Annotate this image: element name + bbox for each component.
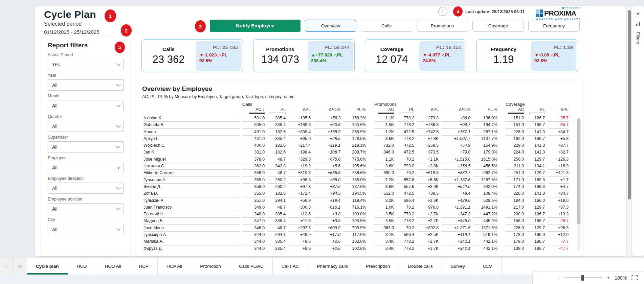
zoom-slider-thumb[interactable] [581, 275, 584, 281]
promotions-value-cell: +157.1 [440, 129, 472, 136]
table-row[interactable]: Гульмира А.344.0294.1+49.9+17.0117.0%3.1… [142, 232, 570, 238]
table-row[interactable]: Наталия С.362.0342.8+19.2+5.6105.6%3.6K7… [142, 163, 570, 170]
nav-tab-frequency[interactable]: Frequency [528, 20, 580, 32]
filters-pane-label[interactable]: Filters [636, 32, 641, 44]
filter-dropdown-employee-position[interactable]: All [48, 203, 124, 214]
table-row[interactable]: Hanna491.0182.6+308.4+168.9268.9%1.2K472… [142, 129, 570, 136]
table-row[interactable]: Gabriela R.505.0335.4+169.6+50.6150.6%1.… [142, 122, 570, 128]
sheet-tab-hco-all[interactable]: HCO All [96, 258, 130, 275]
table-row[interactable]: Гульжан А351.0294.1+56.9+19.4119.4%3.2K5… [142, 197, 570, 204]
sheet-tab-pharmacy-calls[interactable]: Pharmacy calls [308, 258, 357, 275]
zoom-in-icon[interactable]: + [606, 275, 610, 281]
filter-dropdown-actual-period[interactable]: Yes [48, 59, 124, 70]
column-header-coverage-pl[interactable]: PL [525, 107, 546, 112]
column-header-calls-pl[interactable]: ΔPL [287, 107, 312, 112]
legend-ac-bar [508, 113, 524, 114]
nav-tab-coverage[interactable]: Coverage [472, 20, 524, 32]
notify-employee-button[interactable]: Notify Employee [210, 20, 301, 32]
coverage-value-cell: 129.7 [525, 156, 546, 163]
column-header-promotions-pl[interactable]: PL [395, 107, 416, 112]
column-header-promotions-pl[interactable]: ΔPL% [440, 107, 472, 112]
employee-table: CallsPromotionsCoverageAC ↓PLΔPLΔPL%PL %… [142, 102, 570, 252]
filter-dropdown-month[interactable]: All [48, 100, 124, 111]
table-row[interactable]: Гульнара А.359.0260.2+98.8+38.0138.0%7.2… [142, 177, 570, 184]
calls-value-cell: 349.0 [241, 204, 266, 211]
sheet-nav-next-icon[interactable]: ▷ [14, 258, 27, 275]
zoom-slider[interactable] [564, 278, 602, 278]
sheet-tab-clm[interactable]: CLM [474, 258, 502, 275]
table-row[interactable]: Jose Maria346.048.7+297.3+609.9709.9%963… [142, 225, 570, 232]
fit-to-screen-icon[interactable] [631, 275, 638, 280]
table-row[interactable]: Jan K.381.0182.6+198.4+108.7208.7%846.04… [142, 149, 570, 156]
sheet-tab-hco[interactable]: HCO [68, 258, 96, 275]
promotions-value-cell: 3.2K [373, 197, 395, 204]
info-icon[interactable]: i [438, 7, 447, 16]
nav-tab-overview[interactable]: Overview [305, 20, 356, 32]
table-row[interactable]: Артур Г.431.0335.4+95.6+28.5128.5%8.6K77… [142, 136, 570, 142]
table-title: Overview by Employee [142, 85, 576, 93]
sheet-tab-calls-ac[interactable]: Calls AC [273, 258, 308, 275]
column-header-coverage-pl[interactable]: ΔPL [546, 107, 570, 112]
nav-tab-promotions[interactable]: Promotions [417, 20, 468, 32]
table-row[interactable]: Мадина Б.347.0335.4+11.6+3.5103.5%3.5K77… [142, 218, 570, 224]
table-row[interactable]: Фируза Д.344.0335.4+8.6+2.6102.6%3.4K778… [142, 245, 570, 252]
expand-pane-icon[interactable]: « [636, 10, 640, 17]
sheet-tab-survey[interactable]: Survey [442, 258, 474, 275]
sheet-tab-promotion[interactable]: Promotion [191, 258, 230, 275]
pane-bars-icon[interactable] [636, 21, 641, 27]
column-header-calls-pl[interactable]: PL [266, 107, 287, 112]
calls-value-cell: +58.3 [312, 115, 342, 122]
calls-value-cell: +300.3 [287, 204, 312, 211]
filter-dropdown-city[interactable]: All [48, 224, 124, 235]
filter-dropdown-year[interactable]: All [48, 79, 124, 91]
promotions-value-cell: 1491.1% [472, 204, 499, 211]
column-header-promotions-pl[interactable]: ΔPL [416, 107, 440, 112]
sheet-tab-hcp-all[interactable]: HCP All [158, 258, 191, 275]
sheet-tab-calls-pl-ac[interactable]: Calls PL/AC [230, 258, 273, 275]
filter-label: Quarter [48, 114, 124, 119]
promotions-value-cell: +1,515.0 [440, 156, 472, 163]
table-row[interactable]: Евгений Н.348.0335.4+12.6+3.8103.8%3.5K7… [142, 211, 570, 218]
table-row[interactable]: Juan Francisco349.048.7+300.3+616.1716.1… [142, 204, 570, 211]
kpi-value: 12 074 [376, 53, 408, 66]
column-header-promotions-pl[interactable]: PL % [472, 107, 499, 112]
filter-dropdown-employee-direction[interactable]: All [48, 183, 124, 194]
column-header-promotions-ac[interactable]: AC [373, 107, 395, 112]
logo-research-text: RESEARCH [565, 7, 582, 9]
coverage-value-cell: 217.0 [504, 204, 525, 211]
sheet-tab-cycle-plan[interactable]: Cycle plan [27, 258, 68, 275]
calls-value-cell: 335.4 [266, 115, 287, 122]
table-row[interactable]: Эмине Д.358.0260.2+97.8+37.6137.6%3.6K55… [142, 184, 570, 190]
column-header-calls-ac[interactable]: AC ↓ [241, 107, 266, 112]
table-row[interactable]: Nicolae K.531.0335.4+195.6+58.3158.3%1.1… [142, 115, 570, 122]
promotions-value-cell: 557.6 [395, 177, 416, 184]
sheet-tab-prescription[interactable]: Prescription [357, 258, 399, 275]
promotions-value-cell: 732.0 [373, 142, 395, 149]
filter-dropdown-employee[interactable]: All [48, 162, 124, 173]
table-scrollbar-thumb[interactable] [577, 118, 580, 224]
employee-name-cell: Эмине Д. [142, 184, 241, 190]
table-row[interactable]: Jose Miguel378.048.7+329.3+675.6775.6%1.… [142, 156, 570, 163]
table-row[interactable]: Zofia D.355.0182.6+172.4+94.5194.5%512.0… [142, 190, 570, 197]
column-header-calls-pl[interactable]: ΔPL% [312, 107, 342, 112]
column-header-calls-pl[interactable]: PL % [342, 107, 368, 112]
nav-tab-calls[interactable]: Calls [361, 20, 412, 32]
sheet-tab-double-calls[interactable]: Double calls [399, 258, 442, 275]
promotions-value-cell: 456.5% [472, 163, 499, 170]
table-vertical-scrollbar[interactable] [577, 118, 581, 251]
sheet-nav-prev-icon[interactable]: ◁ [0, 258, 14, 275]
sheet-tab-hcp[interactable]: HCP [130, 258, 158, 275]
page-vertical-scrollbar[interactable] [627, 6, 631, 256]
column-header-coverage-ac[interactable]: AC [504, 107, 525, 112]
table-row[interactable]: Wojciech C.400.0182.6+217.4+119.1219.1%7… [142, 142, 570, 149]
filter-dropdown-quarter[interactable]: All [48, 121, 124, 132]
page-scrollbar-thumb[interactable] [628, 10, 631, 199]
zoom-out-icon[interactable]: - [558, 275, 560, 281]
employee-name-cell: Гульжан А [142, 197, 241, 204]
filter-value: All [52, 165, 58, 170]
table-row[interactable]: Filiberto Carrero359.048.7+310.3+636.673… [142, 170, 570, 176]
employee-name-cell: Wojciech C. [142, 142, 241, 149]
filter-dropdown-supervisor[interactable]: All [48, 141, 124, 152]
table-row[interactable]: Малика А.344.0335.4+8.6+2.6102.6%3.4K778… [142, 238, 570, 245]
calls-value-cell: +49.9 [287, 232, 312, 238]
